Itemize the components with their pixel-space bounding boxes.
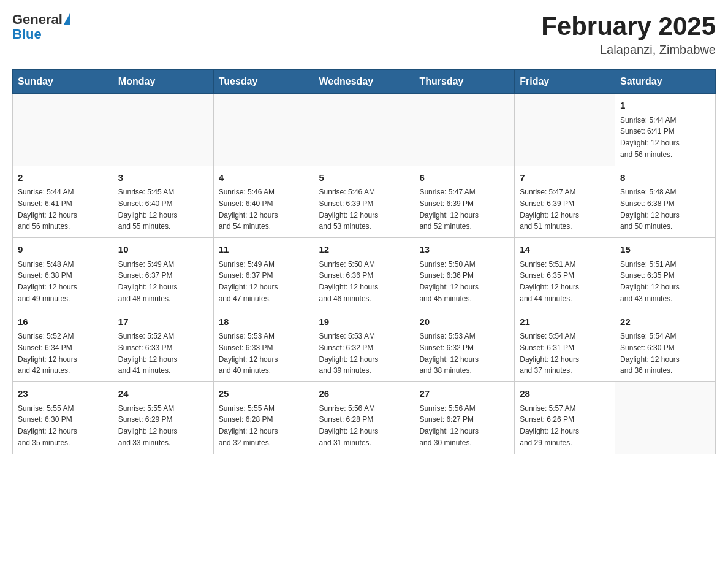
- day-info: Sunrise: 5:54 AM Sunset: 6:31 PM Dayligh…: [520, 332, 579, 375]
- day-info: Sunrise: 5:57 AM Sunset: 6:26 PM Dayligh…: [520, 404, 579, 447]
- day-number: 16: [18, 315, 108, 329]
- day-number: 22: [620, 315, 710, 329]
- day-info: Sunrise: 5:46 AM Sunset: 6:39 PM Dayligh…: [319, 188, 379, 231]
- calendar-subtitle: Lalapanzi, Zimbabwe: [541, 43, 716, 57]
- calendar-week-row: 2Sunrise: 5:44 AM Sunset: 6:41 PM Daylig…: [13, 166, 716, 238]
- calendar-day-cell: 23Sunrise: 5:55 AM Sunset: 6:30 PM Dayli…: [13, 382, 113, 454]
- day-number: 6: [419, 171, 509, 185]
- day-number: 24: [118, 387, 208, 401]
- day-info: Sunrise: 5:51 AM Sunset: 6:35 PM Dayligh…: [620, 260, 680, 303]
- day-info: Sunrise: 5:53 AM Sunset: 6:32 PM Dayligh…: [419, 332, 479, 375]
- calendar-week-row: 9Sunrise: 5:48 AM Sunset: 6:38 PM Daylig…: [13, 238, 716, 310]
- calendar-day-cell: 6Sunrise: 5:47 AM Sunset: 6:39 PM Daylig…: [414, 166, 515, 238]
- day-number: 4: [219, 171, 309, 185]
- day-number: 1: [620, 99, 710, 113]
- calendar-day-cell: [13, 94, 113, 166]
- calendar-day-cell: [615, 382, 716, 454]
- day-info: Sunrise: 5:51 AM Sunset: 6:35 PM Dayligh…: [520, 260, 579, 303]
- day-info: Sunrise: 5:53 AM Sunset: 6:33 PM Dayligh…: [219, 332, 278, 375]
- day-number: 26: [319, 387, 409, 401]
- day-number: 25: [219, 387, 309, 401]
- calendar-header-row: SundayMondayTuesdayWednesdayThursdayFrid…: [13, 70, 716, 94]
- calendar-day-cell: 18Sunrise: 5:53 AM Sunset: 6:33 PM Dayli…: [213, 310, 314, 382]
- calendar-day-cell: [213, 94, 314, 166]
- day-of-week-header: Monday: [113, 70, 213, 94]
- calendar-day-cell: [314, 94, 414, 166]
- day-number: 3: [118, 171, 208, 185]
- day-info: Sunrise: 5:46 AM Sunset: 6:40 PM Dayligh…: [219, 188, 278, 231]
- calendar-day-cell: 20Sunrise: 5:53 AM Sunset: 6:32 PM Dayli…: [414, 310, 515, 382]
- calendar-day-cell: 15Sunrise: 5:51 AM Sunset: 6:35 PM Dayli…: [615, 238, 716, 310]
- day-of-week-header: Thursday: [414, 70, 515, 94]
- day-info: Sunrise: 5:49 AM Sunset: 6:37 PM Dayligh…: [118, 260, 178, 303]
- day-number: 7: [520, 171, 610, 185]
- day-number: 17: [118, 315, 208, 329]
- day-of-week-header: Sunday: [13, 70, 113, 94]
- calendar-title: February 2025: [541, 12, 716, 40]
- calendar-day-cell: [515, 94, 615, 166]
- calendar-week-row: 23Sunrise: 5:55 AM Sunset: 6:30 PM Dayli…: [13, 382, 716, 454]
- day-of-week-header: Friday: [515, 70, 615, 94]
- day-info: Sunrise: 5:49 AM Sunset: 6:37 PM Dayligh…: [219, 260, 278, 303]
- day-info: Sunrise: 5:56 AM Sunset: 6:28 PM Dayligh…: [319, 404, 379, 447]
- day-info: Sunrise: 5:55 AM Sunset: 6:30 PM Dayligh…: [18, 404, 77, 447]
- day-number: 12: [319, 243, 409, 257]
- calendar-day-cell: 9Sunrise: 5:48 AM Sunset: 6:38 PM Daylig…: [13, 238, 113, 310]
- day-number: 21: [520, 315, 610, 329]
- day-info: Sunrise: 5:47 AM Sunset: 6:39 PM Dayligh…: [419, 188, 479, 231]
- calendar-day-cell: 12Sunrise: 5:50 AM Sunset: 6:36 PM Dayli…: [314, 238, 414, 310]
- day-number: 15: [620, 243, 710, 257]
- day-number: 28: [520, 387, 610, 401]
- day-info: Sunrise: 5:55 AM Sunset: 6:28 PM Dayligh…: [219, 404, 278, 447]
- calendar-day-cell: 22Sunrise: 5:54 AM Sunset: 6:30 PM Dayli…: [615, 310, 716, 382]
- day-of-week-header: Saturday: [615, 70, 716, 94]
- calendar-day-cell: 1Sunrise: 5:44 AM Sunset: 6:41 PM Daylig…: [615, 94, 716, 166]
- day-number: 27: [419, 387, 509, 401]
- day-number: 19: [319, 315, 409, 329]
- calendar-day-cell: 17Sunrise: 5:52 AM Sunset: 6:33 PM Dayli…: [113, 310, 213, 382]
- day-number: 20: [419, 315, 509, 329]
- day-info: Sunrise: 5:55 AM Sunset: 6:29 PM Dayligh…: [118, 404, 178, 447]
- day-info: Sunrise: 5:44 AM Sunset: 6:41 PM Dayligh…: [18, 188, 77, 231]
- calendar-day-cell: 26Sunrise: 5:56 AM Sunset: 6:28 PM Dayli…: [314, 382, 414, 454]
- calendar-day-cell: 14Sunrise: 5:51 AM Sunset: 6:35 PM Dayli…: [515, 238, 615, 310]
- day-number: 13: [419, 243, 509, 257]
- title-block: February 2025 Lalapanzi, Zimbabwe: [541, 12, 716, 57]
- calendar-table: SundayMondayTuesdayWednesdayThursdayFrid…: [12, 69, 716, 454]
- day-number: 5: [319, 171, 409, 185]
- day-info: Sunrise: 5:52 AM Sunset: 6:34 PM Dayligh…: [18, 332, 77, 375]
- day-number: 9: [18, 243, 108, 257]
- day-info: Sunrise: 5:47 AM Sunset: 6:39 PM Dayligh…: [520, 188, 579, 231]
- day-info: Sunrise: 5:44 AM Sunset: 6:41 PM Dayligh…: [620, 116, 680, 159]
- day-info: Sunrise: 5:50 AM Sunset: 6:36 PM Dayligh…: [419, 260, 479, 303]
- calendar-day-cell: 8Sunrise: 5:48 AM Sunset: 6:38 PM Daylig…: [615, 166, 716, 238]
- logo-triangle-icon: [64, 13, 70, 25]
- day-info: Sunrise: 5:54 AM Sunset: 6:30 PM Dayligh…: [620, 332, 680, 375]
- calendar-day-cell: 28Sunrise: 5:57 AM Sunset: 6:26 PM Dayli…: [515, 382, 615, 454]
- day-number: 2: [18, 171, 108, 185]
- calendar-day-cell: [414, 94, 515, 166]
- day-number: 10: [118, 243, 208, 257]
- day-info: Sunrise: 5:52 AM Sunset: 6:33 PM Dayligh…: [118, 332, 178, 375]
- calendar-day-cell: 24Sunrise: 5:55 AM Sunset: 6:29 PM Dayli…: [113, 382, 213, 454]
- calendar-week-row: 1Sunrise: 5:44 AM Sunset: 6:41 PM Daylig…: [13, 94, 716, 166]
- calendar-week-row: 16Sunrise: 5:52 AM Sunset: 6:34 PM Dayli…: [13, 310, 716, 382]
- calendar-day-cell: 4Sunrise: 5:46 AM Sunset: 6:40 PM Daylig…: [213, 166, 314, 238]
- calendar-day-cell: 19Sunrise: 5:53 AM Sunset: 6:32 PM Dayli…: [314, 310, 414, 382]
- calendar-day-cell: 25Sunrise: 5:55 AM Sunset: 6:28 PM Dayli…: [213, 382, 314, 454]
- calendar-day-cell: [113, 94, 213, 166]
- calendar-day-cell: 2Sunrise: 5:44 AM Sunset: 6:41 PM Daylig…: [13, 166, 113, 238]
- calendar-day-cell: 13Sunrise: 5:50 AM Sunset: 6:36 PM Dayli…: [414, 238, 515, 310]
- calendar-day-cell: 16Sunrise: 5:52 AM Sunset: 6:34 PM Dayli…: [13, 310, 113, 382]
- calendar-day-cell: 27Sunrise: 5:56 AM Sunset: 6:27 PM Dayli…: [414, 382, 515, 454]
- calendar-day-cell: 3Sunrise: 5:45 AM Sunset: 6:40 PM Daylig…: [113, 166, 213, 238]
- day-info: Sunrise: 5:53 AM Sunset: 6:32 PM Dayligh…: [319, 332, 379, 375]
- calendar-day-cell: 21Sunrise: 5:54 AM Sunset: 6:31 PM Dayli…: [515, 310, 615, 382]
- day-info: Sunrise: 5:45 AM Sunset: 6:40 PM Dayligh…: [118, 188, 178, 231]
- day-info: Sunrise: 5:48 AM Sunset: 6:38 PM Dayligh…: [620, 188, 680, 231]
- day-number: 8: [620, 171, 710, 185]
- logo: General Blue: [12, 12, 70, 42]
- day-number: 11: [219, 243, 309, 257]
- day-info: Sunrise: 5:56 AM Sunset: 6:27 PM Dayligh…: [419, 404, 479, 447]
- day-number: 23: [18, 387, 108, 401]
